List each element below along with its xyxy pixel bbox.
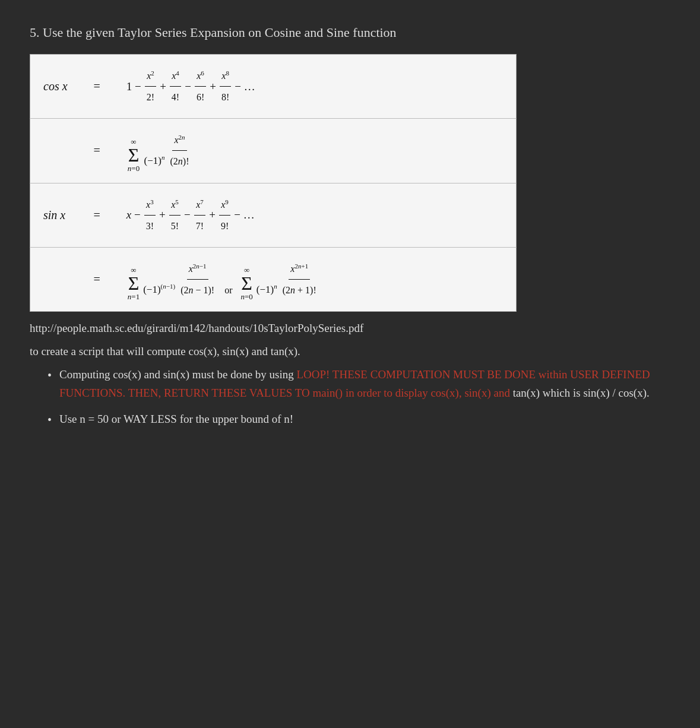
cos-formula-2: ∞ Σ n=0 (−1)n x2n (2n)!: [113, 119, 517, 183]
bullet-1-before: Computing cos(x) and sin(x) must be done…: [59, 368, 297, 381]
cos-row-1: cos x = 1 − x2 2! + x4 4! − x6: [30, 54, 517, 118]
sin-equals-2: =: [81, 247, 113, 311]
description-text: to create a script that will compute cos…: [30, 343, 670, 360]
cos-label: cos x: [30, 54, 81, 118]
cos-row-2: = ∞ Σ n=0 (−1)n x2n (2n)!: [30, 119, 517, 183]
sin-row-1: sin x = x − x3 3! + x5 5! − x7: [30, 183, 517, 247]
bullet-2-text: Use n = 50 or WAY LESS for the upper bou…: [59, 413, 293, 425]
cos-equals-2: =: [81, 119, 113, 183]
sin-row-2: = ∞ Σ n=1 (−1)(n−1) x2n−1 (2n − 1)! or: [30, 247, 517, 311]
bullet-item-1: Computing cos(x) and sin(x) must be done…: [47, 366, 670, 402]
url-text: http://people.math.sc.edu/girardi/m142/h…: [30, 320, 670, 337]
sin-equals-1: =: [81, 183, 113, 247]
problem-title: 5. Use the given Taylor Series Expansion…: [30, 24, 670, 42]
cos-formula-1: 1 − x2 2! + x4 4! − x6 6! +: [113, 54, 517, 118]
sin-label: sin x: [30, 183, 81, 247]
sin-formula-2: ∞ Σ n=1 (−1)(n−1) x2n−1 (2n − 1)! or ∞ Σ…: [113, 247, 517, 311]
sin-formula-1: x − x3 3! + x5 5! − x7 7! +: [113, 183, 517, 247]
bullet-list: Computing cos(x) and sin(x) must be done…: [30, 366, 670, 428]
math-formulas-table: cos x = 1 − x2 2! + x4 4! − x6: [30, 54, 517, 312]
bullet-item-2: Use n = 50 or WAY LESS for the upper bou…: [47, 410, 670, 428]
bullet-1-after: tan(x) which is sin(x) / cos(x).: [510, 387, 650, 399]
cos-equals-1: =: [81, 54, 113, 118]
